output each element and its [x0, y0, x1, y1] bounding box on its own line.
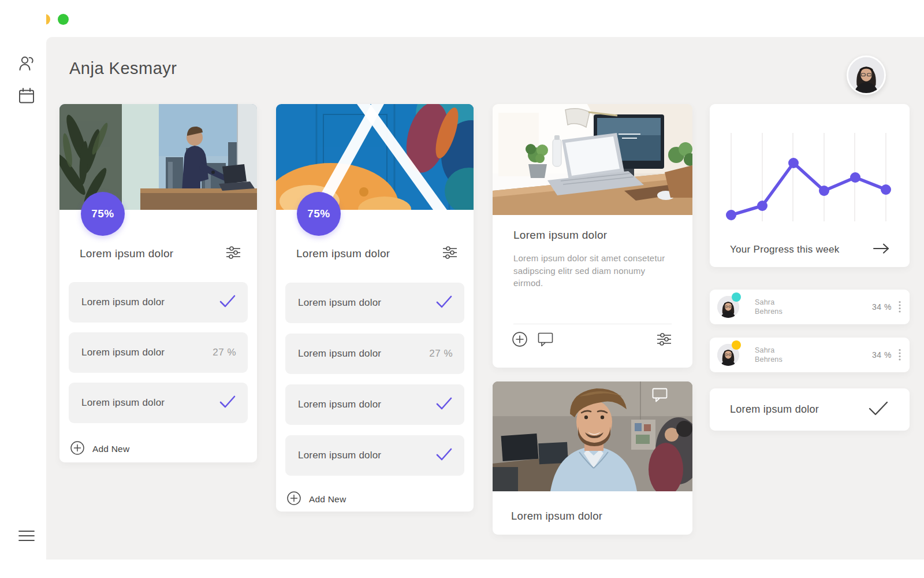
sliders-filter-icon[interactable] — [442, 246, 457, 261]
card-body-text: Lorem ipsum dolor sit amet consetetur sa… — [513, 252, 670, 290]
status-dot — [732, 292, 741, 302]
task-label: Lorem ipsum dolor — [298, 297, 435, 309]
person-name: Sahra Behrens — [755, 298, 783, 316]
check-icon — [219, 395, 236, 411]
task-list: Lorem ipsum dolor Lorem ipsum dolor 27 %… — [285, 283, 464, 486]
plus-circle-icon — [287, 491, 301, 507]
progress-card: Your Progress this week — [710, 104, 910, 267]
progress-label: Your Progress this week — [730, 244, 840, 255]
todo-card[interactable]: Lorem ipsum dolor — [710, 388, 910, 431]
users-icon — [17, 65, 36, 75]
zoom-button[interactable] — [58, 14, 69, 25]
kebab-menu-icon[interactable] — [898, 301, 901, 313]
task-label: Lorem ipsum dolor — [298, 399, 435, 410]
task-label: Lorem ipsum dolor — [298, 348, 429, 360]
task-percent: 27 % — [429, 348, 453, 360]
task-row[interactable]: Lorem ipsum dolor — [285, 435, 464, 476]
task-label: Lorem ipsum dolor — [81, 347, 213, 358]
person-avatar — [717, 296, 739, 318]
photo-card: Lorem ipsum dolor — [493, 381, 692, 535]
card-title: Lorem ipsum dolor — [80, 247, 173, 260]
task-row[interactable]: Lorem ipsum dolor — [69, 383, 248, 423]
check-icon — [435, 397, 453, 413]
add-new-button[interactable]: Add New — [70, 438, 129, 461]
task-row[interactable]: Lorem ipsum dolor — [285, 384, 464, 425]
task-percent: 27 % — [213, 347, 236, 358]
todo-label: Lorem ipsum dolor — [730, 403, 819, 416]
task-card-1: 75% Lorem ipsum dolor Lorem ipsum dolor — [59, 104, 257, 462]
task-card-2-cover-mural — [276, 104, 474, 210]
person-first-name: Sahra — [755, 298, 783, 307]
kebab-menu-icon[interactable] — [898, 349, 901, 361]
task-card-2: 75% Lorem ipsum dolor Lorem ipsum dolor — [276, 104, 474, 512]
add-new-label: Add New — [92, 444, 129, 454]
task-label: Lorem ipsum dolor — [81, 397, 219, 409]
plus-circle-icon — [70, 441, 84, 457]
person-row[interactable]: Sahra Behrens 34 % — [710, 290, 910, 324]
check-icon — [435, 447, 453, 464]
calendar-icon — [17, 97, 36, 107]
arrow-right-icon[interactable] — [873, 243, 890, 257]
task-row[interactable]: Lorem ipsum dolor 27 % — [69, 332, 248, 373]
sliders-filter-icon[interactable] — [657, 333, 672, 348]
user-avatar[interactable] — [847, 55, 886, 95]
sliders-filter-icon[interactable] — [226, 246, 241, 261]
progress-line-chart — [710, 104, 910, 236]
check-icon — [868, 401, 889, 418]
dashboard-window: Anja Kesmayr — [0, 0, 924, 578]
page-title: Anja Kesmayr — [69, 59, 177, 78]
task-list: Lorem ipsum dolor Lorem ipsum dolor 27 %… — [69, 282, 248, 433]
task-label: Lorem ipsum dolor — [298, 450, 435, 461]
task-row[interactable]: Lorem ipsum dolor — [285, 283, 464, 323]
main-panel: Anja Kesmayr — [46, 37, 924, 560]
comment-icon[interactable] — [652, 388, 668, 402]
task-row[interactable]: Lorem ipsum dolor — [69, 282, 248, 323]
task-card-1-cover-photo — [59, 104, 257, 210]
person-percent: 34 % — [872, 302, 892, 312]
add-new-button[interactable]: Add New — [287, 488, 346, 511]
card-title: Lorem ipsum dolor — [296, 247, 390, 260]
person-row[interactable]: Sahra Behrens 34 % — [710, 338, 910, 372]
divider — [513, 324, 672, 324]
sidebar-rail — [0, 0, 46, 578]
status-dot — [732, 340, 741, 350]
task-label: Lorem ipsum dolor — [81, 297, 219, 308]
check-icon — [435, 295, 453, 311]
progress-badge: 75% — [297, 192, 341, 236]
task-row[interactable]: Lorem ipsum dolor 27 % — [285, 334, 464, 374]
note-card-cover-photo — [493, 104, 692, 215]
person-avatar — [717, 344, 739, 366]
progress-badge: 75% — [81, 192, 125, 236]
note-card: Lorem ipsum dolor Lorem ipsum dolor sit … — [493, 104, 692, 368]
add-button[interactable] — [512, 332, 527, 349]
person-first-name: Sahra — [755, 346, 783, 355]
check-icon — [219, 294, 236, 310]
comment-button[interactable] — [538, 332, 553, 349]
hamburger-icon — [18, 534, 35, 544]
person-name: Sahra Behrens — [755, 346, 783, 364]
sidebar-item-contacts[interactable] — [17, 54, 36, 73]
person-percent: 34 % — [872, 350, 892, 360]
card-title: Lorem ipsum dolor — [511, 510, 602, 523]
add-new-label: Add New — [309, 494, 346, 505]
person-last-name: Behrens — [755, 307, 783, 316]
sidebar-menu-button[interactable] — [18, 529, 35, 542]
card-title: Lorem ipsum dolor — [513, 229, 607, 242]
avatar-woman-illustration — [848, 57, 884, 93]
sidebar-item-calendar[interactable] — [17, 87, 36, 105]
person-last-name: Behrens — [755, 355, 783, 364]
